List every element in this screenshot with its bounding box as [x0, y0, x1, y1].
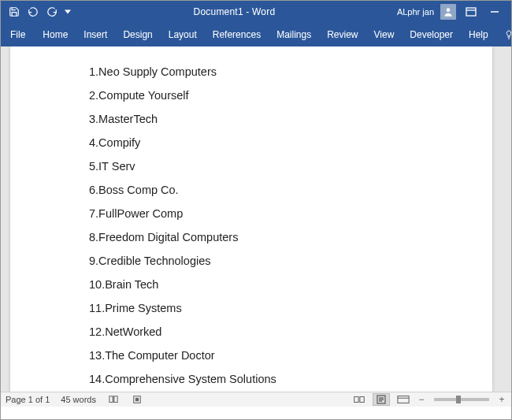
- tab-help[interactable]: Help: [461, 24, 496, 45]
- list-text: Freedom Digital Computers: [98, 231, 238, 243]
- tab-references[interactable]: References: [205, 24, 269, 45]
- list-item[interactable]: 1.Neo Supply Computers: [89, 65, 492, 78]
- list-number: 10.: [89, 278, 105, 291]
- qat-dropdown[interactable]: [64, 5, 72, 19]
- list-item[interactable]: 12.NetWorked: [89, 325, 492, 338]
- lightbulb-icon: [504, 30, 512, 39]
- web-layout-button[interactable]: [395, 393, 412, 406]
- read-mode-icon: [353, 395, 365, 404]
- ribbon-display-options[interactable]: [462, 3, 480, 20]
- list-number: 11.: [89, 302, 105, 314]
- list-number: 8.: [89, 231, 98, 243]
- list-number: 9.: [89, 255, 98, 267]
- tab-home[interactable]: Home: [35, 24, 76, 45]
- list-item[interactable]: 9.Credible Technologies: [89, 255, 492, 267]
- tab-insert[interactable]: Insert: [76, 24, 115, 45]
- list-text: Brain Tech: [105, 278, 158, 291]
- tell-me-search[interactable]: Tell me: [496, 24, 512, 45]
- user-name: ALphr jan: [397, 7, 434, 17]
- title-bar-right: ALphr jan: [397, 3, 508, 20]
- list-text: The Computer Doctor: [105, 349, 214, 362]
- tab-design[interactable]: Design: [115, 24, 160, 45]
- undo-icon: [28, 6, 39, 17]
- print-layout-icon: [376, 395, 387, 404]
- save-button[interactable]: [7, 5, 21, 19]
- list-item[interactable]: 14.Comprehensive System Solutions: [89, 373, 492, 385]
- zoom-out-button[interactable]: −: [417, 395, 426, 404]
- list-text: Neo Supply Computers: [98, 65, 217, 78]
- file-tab[interactable]: File: [1, 24, 35, 45]
- window-title: Document1 - Word: [72, 6, 397, 17]
- svg-marker-0: [65, 10, 71, 14]
- list-number: 2.: [89, 89, 98, 102]
- status-right: − +: [351, 393, 506, 406]
- page-info[interactable]: Page 1 of 1: [6, 395, 50, 404]
- word-count[interactable]: 45 words: [61, 395, 96, 404]
- svg-point-1: [447, 8, 451, 12]
- list-item[interactable]: 13.The Computer Doctor: [89, 349, 492, 362]
- tab-review[interactable]: Review: [319, 24, 365, 45]
- list-text: MasterTech: [98, 113, 158, 125]
- spelling-status[interactable]: [107, 394, 120, 405]
- list-number: 3.: [89, 113, 98, 125]
- macro-icon: [132, 395, 142, 404]
- title-bar: Document1 - Word ALphr jan: [1, 1, 511, 23]
- list-text: Compute Yourself: [98, 89, 188, 102]
- list-item[interactable]: 4.Compify: [89, 136, 492, 149]
- zoom-slider-thumb[interactable]: [456, 396, 461, 403]
- list-text: Prime Systems: [105, 302, 182, 314]
- document-canvas[interactable]: 1.Neo Supply Computers2.Compute Yourself…: [1, 46, 511, 392]
- list-text: Compify: [98, 136, 140, 149]
- read-mode-button[interactable]: [351, 393, 368, 406]
- ribbon-tabs: File Home Insert Design Layout Reference…: [1, 23, 511, 46]
- list-item[interactable]: 3.MasterTech: [89, 113, 492, 125]
- list-text: Credible Technologies: [98, 255, 210, 267]
- redo-button[interactable]: [45, 5, 59, 19]
- list-number: 6.: [89, 184, 98, 196]
- redo-icon: [46, 6, 58, 17]
- svg-rect-6: [135, 398, 138, 400]
- list-text: FullPower Comp: [98, 207, 183, 220]
- save-icon: [9, 6, 20, 17]
- list-item[interactable]: 7.FullPower Comp: [89, 207, 492, 220]
- user-avatar[interactable]: [440, 4, 456, 20]
- minimize-button[interactable]: [486, 3, 503, 20]
- chevron-down-icon: [65, 9, 71, 15]
- list-number: 4.: [89, 136, 98, 149]
- list-item[interactable]: 10.Brain Tech: [89, 278, 492, 291]
- list-item[interactable]: 11.Prime Systems: [89, 302, 492, 314]
- web-layout-icon: [397, 395, 410, 404]
- list-number: 5.: [89, 160, 98, 173]
- list-item[interactable]: 8.Freedom Digital Computers: [89, 231, 492, 243]
- ribbon-options-icon: [466, 7, 477, 17]
- tab-developer[interactable]: Developer: [402, 24, 461, 45]
- list-text: NetWorked: [105, 325, 161, 338]
- macro-status[interactable]: [131, 394, 143, 405]
- svg-rect-2: [466, 8, 476, 16]
- status-left: Page 1 of 1 45 words: [6, 394, 143, 405]
- list-number: 14.: [89, 373, 105, 385]
- list-number: 7.: [89, 207, 98, 220]
- list-number: 1.: [89, 65, 98, 78]
- undo-button[interactable]: [26, 5, 40, 19]
- print-layout-button[interactable]: [373, 393, 390, 406]
- tab-layout[interactable]: Layout: [161, 24, 205, 45]
- list-item[interactable]: 5.IT Serv: [89, 160, 492, 173]
- zoom-in-button[interactable]: +: [497, 395, 506, 404]
- list-item[interactable]: 2.Compute Yourself: [89, 89, 492, 102]
- zoom-slider[interactable]: [434, 398, 489, 401]
- document-page[interactable]: 1.Neo Supply Computers2.Compute Yourself…: [10, 46, 492, 392]
- tab-view[interactable]: View: [366, 24, 403, 45]
- list-text: Comprehensive System Solutions: [105, 373, 276, 385]
- list-item[interactable]: 6.Boss Comp Co.: [89, 184, 492, 196]
- list-text: IT Serv: [98, 160, 135, 173]
- tab-mailings[interactable]: Mailings: [269, 24, 319, 45]
- svg-rect-11: [398, 396, 409, 403]
- quick-access-toolbar: [4, 5, 72, 19]
- book-check-icon: [108, 395, 119, 404]
- list-number: 13.: [89, 349, 105, 362]
- status-bar: Page 1 of 1 45 words − +: [1, 392, 511, 407]
- list-text: Boss Comp Co.: [98, 184, 179, 196]
- person-icon: [443, 6, 454, 17]
- list-number: 12.: [89, 325, 105, 338]
